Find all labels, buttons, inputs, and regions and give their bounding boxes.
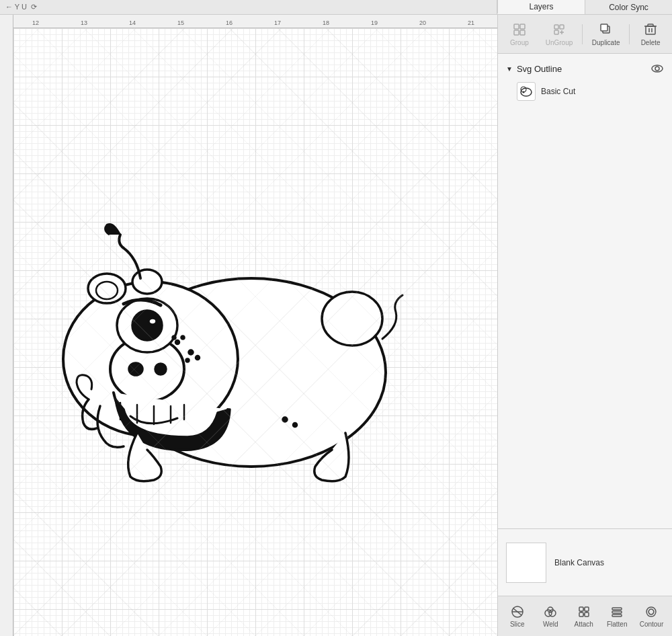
weld-label: Weld bbox=[543, 621, 558, 628]
slice-icon bbox=[510, 604, 525, 619]
delete-icon bbox=[642, 22, 659, 38]
attach-label: Attach bbox=[575, 621, 593, 628]
ungroup-icon bbox=[551, 22, 567, 38]
svg-point-12 bbox=[189, 350, 193, 354]
bottom-toolbar: Slice Weld Attach Flatten bbox=[498, 596, 672, 636]
svg-point-5 bbox=[110, 337, 184, 401]
ruler-top: 12 13 14 15 16 17 18 19 20 21 bbox=[13, 15, 497, 28]
svg-rect-25 bbox=[560, 25, 564, 29]
svg-point-2 bbox=[88, 274, 126, 303]
svg-point-1 bbox=[63, 282, 238, 436]
weld-icon bbox=[543, 604, 558, 619]
svg-rect-23 bbox=[520, 30, 525, 35]
svg-point-19 bbox=[173, 336, 175, 339]
grid-canvas[interactable] bbox=[13, 28, 497, 636]
panel-spacer bbox=[498, 294, 672, 528]
layer-item-name: Basic Cut bbox=[541, 87, 575, 96]
toolbar-divider bbox=[582, 24, 583, 44]
svg-point-16 bbox=[294, 424, 297, 427]
svg-point-15 bbox=[283, 418, 287, 422]
ungroup-label: UnGroup bbox=[546, 39, 573, 46]
svg-rect-31 bbox=[646, 26, 655, 34]
svg-point-11 bbox=[322, 292, 382, 346]
layer-group-header[interactable]: ▼ Svg Outline bbox=[503, 59, 667, 78]
svg-rect-30 bbox=[601, 24, 607, 31]
canvas-area: 12 13 14 15 16 17 18 19 20 21 bbox=[0, 15, 497, 636]
tab-color-sync[interactable]: Color Sync bbox=[585, 0, 672, 14]
svg-point-7 bbox=[155, 364, 166, 374]
layer-item-basic-cut[interactable]: Basic Cut bbox=[503, 78, 667, 105]
layer-thumbnail bbox=[517, 82, 536, 101]
svg-point-9 bbox=[132, 311, 162, 340]
svg-rect-49 bbox=[579, 612, 583, 617]
flatten-label: Flatten bbox=[607, 621, 628, 628]
pig-illustration bbox=[43, 171, 419, 493]
svg-rect-47 bbox=[579, 607, 583, 611]
layers-section: ▼ Svg Outline Basic Cut bbox=[498, 54, 672, 294]
contour-icon bbox=[644, 604, 659, 619]
svg-rect-48 bbox=[585, 607, 589, 611]
svg-point-3 bbox=[96, 282, 118, 299]
right-panel: Group UnGroup Duplicate Delete bbox=[497, 15, 672, 636]
layer-group-svg: ▼ Svg Outline Basic Cut bbox=[498, 56, 672, 108]
svg-point-37 bbox=[655, 67, 659, 71]
duplicate-button[interactable]: Duplicate bbox=[587, 19, 626, 49]
flatten-button[interactable]: Flatten bbox=[602, 602, 632, 631]
duplicate-label: Duplicate bbox=[592, 39, 620, 46]
svg-point-13 bbox=[196, 356, 200, 360]
delete-label: Delete bbox=[641, 39, 661, 46]
canvas-thumbnail bbox=[506, 543, 546, 583]
duplicate-icon bbox=[598, 22, 614, 38]
attach-button[interactable]: Attach bbox=[569, 602, 599, 631]
ruler-left bbox=[0, 15, 13, 636]
group-label: Group bbox=[510, 39, 529, 46]
ruler-mark-14: 14 bbox=[129, 19, 136, 26]
attach-icon bbox=[577, 604, 591, 619]
visibility-toggle[interactable] bbox=[650, 62, 664, 75]
svg-rect-24 bbox=[554, 25, 558, 29]
svg-point-6 bbox=[129, 363, 142, 375]
svg-rect-26 bbox=[554, 30, 558, 34]
canvas-label: Blank Canvas bbox=[554, 558, 604, 567]
ruler-mark-20: 20 bbox=[419, 19, 426, 26]
svg-rect-56 bbox=[612, 611, 622, 613]
ruler-mark-19: 19 bbox=[371, 19, 378, 26]
ruler-mark-13: 13 bbox=[81, 19, 87, 26]
canvas-preview-panel: Blank Canvas bbox=[498, 528, 672, 596]
svg-rect-50 bbox=[585, 612, 589, 617]
layer-group-title: Svg Outline bbox=[517, 64, 646, 74]
delete-button[interactable]: Delete bbox=[634, 19, 667, 49]
svg-point-10 bbox=[149, 318, 157, 325]
undo-redo: ← Y U ⟳ bbox=[5, 3, 37, 11]
group-button[interactable]: Group bbox=[503, 19, 536, 49]
weld-button[interactable]: Weld bbox=[536, 602, 565, 631]
ruler-mark-21: 21 bbox=[468, 19, 474, 26]
contour-button[interactable]: Contour bbox=[636, 602, 668, 631]
expand-arrow-icon: ▼ bbox=[506, 65, 513, 73]
toolbar-divider-2 bbox=[629, 24, 630, 44]
svg-point-17 bbox=[176, 341, 179, 344]
svg-rect-57 bbox=[612, 614, 622, 617]
ruler-mark-12: 12 bbox=[32, 19, 39, 26]
ruler-mark-15: 15 bbox=[177, 19, 184, 26]
svg-rect-55 bbox=[612, 608, 622, 610]
svg-point-18 bbox=[181, 336, 184, 339]
slice-button[interactable]: Slice bbox=[503, 602, 532, 631]
svg-point-8 bbox=[117, 299, 177, 352]
ungroup-button[interactable]: UnGroup bbox=[540, 19, 579, 49]
svg-point-14 bbox=[186, 359, 189, 362]
panel-tabs: Layers Color Sync bbox=[497, 0, 672, 14]
toolbar-left: ← Y U ⟳ bbox=[0, 0, 497, 14]
ruler-mark-18: 18 bbox=[323, 19, 329, 26]
slice-label: Slice bbox=[510, 621, 525, 628]
ruler-mark-16: 16 bbox=[226, 19, 233, 26]
flatten-icon bbox=[610, 604, 624, 619]
svg-rect-20 bbox=[514, 24, 519, 29]
svg-point-40 bbox=[523, 91, 525, 93]
top-bar: ← Y U ⟳ Layers Color Sync bbox=[0, 0, 672, 15]
svg-point-0 bbox=[117, 278, 386, 467]
group-icon bbox=[511, 22, 528, 38]
svg-point-4 bbox=[132, 270, 162, 294]
panel-toolbar: Group UnGroup Duplicate Delete bbox=[498, 15, 672, 54]
tab-layers[interactable]: Layers bbox=[497, 0, 585, 14]
